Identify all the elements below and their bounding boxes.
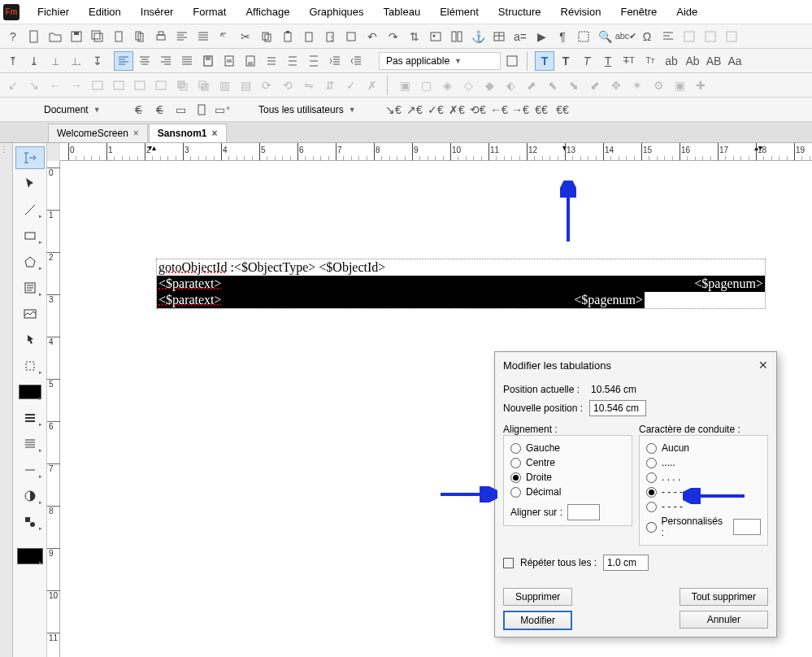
open-icon[interactable] <box>46 27 65 46</box>
misc-2-icon[interactable] <box>701 27 720 46</box>
save-icon[interactable] <box>67 27 86 46</box>
lines-tool[interactable]: ▸ <box>15 407 45 429</box>
rotate-ccw-icon[interactable]: ⟲ <box>278 76 297 95</box>
anchor-icon[interactable]: ⚓ <box>468 27 488 46</box>
undo-icon[interactable] <box>215 27 234 46</box>
menu-affichage[interactable]: Affichage <box>236 1 299 23</box>
rotate-cw-icon[interactable]: ⟳ <box>257 76 276 95</box>
misc-1-icon[interactable] <box>680 27 699 46</box>
paragraph-style-combo[interactable]: Pas applicable ▼ <box>379 52 501 70</box>
stroke-tool[interactable]: ▸ <box>15 459 45 481</box>
stack-4-icon[interactable]: ⬖ <box>501 76 520 95</box>
valign-mid-icon[interactable] <box>219 51 239 71</box>
menu-aide[interactable]: Aide <box>667 1 707 23</box>
stack-3-icon[interactable]: ◆ <box>480 76 499 95</box>
ungroup-icon[interactable]: ▢ <box>416 76 436 95</box>
bold-icon[interactable]: T <box>556 51 575 71</box>
close-icon[interactable]: × <box>212 128 218 139</box>
delete-button[interactable]: Supprimer <box>503 588 572 606</box>
menu-inserer[interactable]: Insérer <box>131 1 183 23</box>
dialog-titlebar[interactable]: Modifier les tabulations ✕ <box>495 352 776 378</box>
cancel-button[interactable]: Annuler <box>680 611 768 629</box>
leader-dash2[interactable]: - - - - <box>646 499 761 514</box>
menu-structure[interactable]: Structure <box>489 1 551 23</box>
indent-dec-icon[interactable] <box>346 51 366 71</box>
dock-grip[interactable]: ⋮⋮⋮ <box>0 143 13 657</box>
lowercase-icon[interactable]: ab <box>662 51 681 71</box>
arr-dr-icon[interactable]: ↘ <box>24 76 44 95</box>
shapes-tool[interactable]: ▸ <box>15 511 45 533</box>
play-icon[interactable]: ▶ <box>532 27 551 46</box>
para-align-center-icon[interactable] <box>135 51 154 71</box>
tab-left-icon[interactable]: ⤒ <box>3 51 23 71</box>
font-icon[interactable]: Aa <box>725 51 745 71</box>
curs-4-icon[interactable]: ⬋ <box>585 76 605 95</box>
obj-3-icon[interactable] <box>130 76 150 95</box>
repeat-input[interactable] <box>603 555 649 571</box>
close-icon[interactable]: × <box>133 128 139 139</box>
crosshair-icon[interactable]: ✚ <box>691 76 710 95</box>
spacing-2-icon[interactable] <box>283 51 302 71</box>
contrast-tool[interactable]: ▸ <box>15 485 45 507</box>
users-combo[interactable]: Tous les utilisateurs ▼ <box>252 101 382 119</box>
stack-1-icon[interactable]: ◈ <box>437 76 457 95</box>
curs-1-icon[interactable]: ⬈ <box>522 76 541 95</box>
page-icon[interactable] <box>109 27 128 46</box>
check-1-icon[interactable]: ✓ <box>341 76 361 95</box>
borders-icon[interactable] <box>574 27 593 46</box>
print-icon[interactable] <box>151 27 171 46</box>
flip-h-icon[interactable]: ⇋ <box>299 76 319 95</box>
align-justify-icon[interactable] <box>193 27 213 46</box>
attribute-icon[interactable]: a= <box>510 27 530 46</box>
tab-right-icon[interactable]: ⤓ <box>24 51 44 71</box>
pattern-tool[interactable]: ▸ <box>15 433 45 455</box>
polygon-tool[interactable]: ▸ <box>15 250 45 273</box>
interactive-tool[interactable] <box>15 328 45 351</box>
fill-swatch-tool[interactable]: ▸ <box>15 381 45 403</box>
valign-bot-icon[interactable] <box>241 51 260 71</box>
modify-button[interactable]: Modifier <box>503 611 572 630</box>
rect-tool[interactable]: ▸ <box>15 224 45 247</box>
copy-page-icon[interactable] <box>130 27 150 46</box>
align-centre[interactable]: Centre <box>510 455 625 470</box>
menu-tableau[interactable]: Tableau <box>374 1 431 23</box>
toggle-icon[interactable]: ⇅ <box>405 27 424 46</box>
tc-d-icon[interactable]: ✗€ <box>447 100 467 120</box>
move-icon[interactable]: ✥ <box>606 76 626 95</box>
styles-icon[interactable] <box>658 27 678 46</box>
undo-arrow-icon[interactable]: ↶ <box>363 27 382 46</box>
check-2-icon[interactable]: ✗ <box>363 76 382 95</box>
menu-fichier[interactable]: Fichier <box>28 1 79 23</box>
sel-box-icon[interactable]: ▣ <box>670 76 689 95</box>
obj-4-icon[interactable] <box>151 76 171 95</box>
obj-2-icon[interactable] <box>109 76 128 95</box>
dist-v-icon[interactable]: ▤ <box>236 76 255 95</box>
align-on-input[interactable] <box>567 504 600 520</box>
stack-2-icon[interactable]: ◇ <box>458 76 478 95</box>
clipboard-icon[interactable] <box>299 27 319 46</box>
image-frame-tool[interactable] <box>15 302 45 325</box>
close-icon[interactable]: ✕ <box>758 359 768 372</box>
para-align-justify-icon[interactable] <box>177 51 197 71</box>
underline-icon[interactable]: T <box>598 51 618 71</box>
align-gauche[interactable]: Gauche <box>510 441 625 455</box>
spacing-1-icon[interactable] <box>262 51 281 71</box>
columns-icon[interactable] <box>447 27 467 46</box>
para-align-right-icon[interactable] <box>156 51 176 71</box>
obj-1-icon[interactable] <box>88 76 107 95</box>
paste-icon[interactable] <box>278 27 297 46</box>
tc-c-icon[interactable]: ✓€ <box>426 100 445 120</box>
attach-icon[interactable] <box>341 27 361 46</box>
menu-fenetre[interactable]: Fenêtre <box>610 1 667 23</box>
search-icon[interactable]: 🔍 <box>595 27 614 46</box>
dist-h-icon[interactable]: ▥ <box>215 76 234 95</box>
arr-dl-icon[interactable]: ↙ <box>3 76 23 95</box>
leader-dots2[interactable]: . . . . <box>646 470 761 485</box>
pointer-tool[interactable] <box>15 172 45 195</box>
selection-tool[interactable]: ▸ <box>15 355 45 377</box>
send-back-icon[interactable] <box>193 76 213 95</box>
tc-h-icon[interactable]: €€ <box>532 100 551 120</box>
tc-g-icon[interactable]: →€ <box>510 100 530 120</box>
tc-i-icon[interactable]: €€ <box>553 100 572 120</box>
text-frame[interactable]: gotoObjectId :<$ObjectType> <$ObjectId> … <box>156 259 766 309</box>
